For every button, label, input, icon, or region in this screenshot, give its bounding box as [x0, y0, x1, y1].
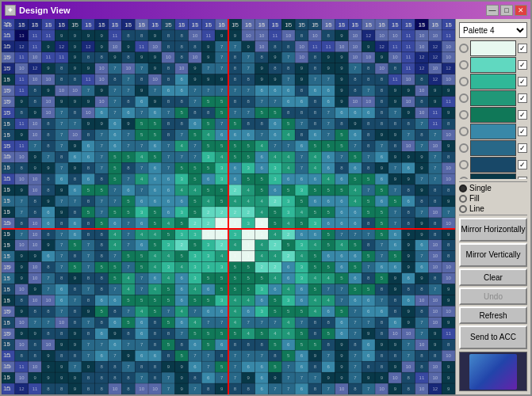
maximize-button[interactable]: □: [500, 5, 513, 16]
title-bar-left: ✦ Design View: [5, 5, 71, 16]
single-radio-row[interactable]: Single: [459, 184, 527, 192]
color-checkbox-7[interactable]: ✓: [518, 143, 527, 153]
fill-radio-row[interactable]: Fill: [459, 194, 527, 203]
window-title: Design View: [19, 6, 71, 15]
options-section: Single Fill Line: [459, 181, 527, 215]
color-item[interactable]: ✓: [459, 157, 527, 173]
color-radio-5[interactable]: [459, 110, 469, 120]
color-radio-7[interactable]: [459, 143, 469, 153]
minimize-button[interactable]: —: [486, 5, 499, 16]
send-to-acc-button[interactable]: Send to ACC: [459, 326, 527, 349]
color-swatch-4: [470, 90, 516, 106]
color-checkbox-9[interactable]: ✓: [518, 177, 527, 179]
thumbnail-preview: [469, 354, 517, 390]
single-radio[interactable]: [459, 185, 467, 192]
color-swatch-2: [470, 57, 516, 73]
right-panel: Palette 1Palette 2Palette 3Palette 4Pale…: [455, 19, 530, 394]
color-checkbox-6[interactable]: ✓: [518, 127, 527, 136]
color-radio-4[interactable]: [459, 93, 469, 103]
color-checkbox-3[interactable]: ✓: [518, 77, 527, 86]
color-checkbox-2[interactable]: ✓: [518, 60, 527, 70]
color-item[interactable]: ✓: [459, 40, 527, 56]
color-swatch-6: [470, 124, 516, 139]
color-swatch-7: [470, 140, 516, 156]
clear-button[interactable]: Clear: [459, 268, 527, 286]
mirror-v-button[interactable]: Mirror Vertically: [459, 243, 527, 267]
color-radio-3[interactable]: [459, 77, 469, 86]
color-item[interactable]: ✓: [459, 140, 527, 156]
color-item[interactable]: ✓: [459, 90, 527, 106]
color-checkbox-8[interactable]: ✓: [518, 160, 527, 169]
color-checkbox-1[interactable]: ✓: [518, 44, 527, 53]
color-swatch-1: [470, 40, 516, 56]
color-checkbox-5[interactable]: ✓: [518, 110, 527, 120]
palette-row: Palette 1Palette 2Palette 3Palette 4Pale…: [459, 22, 527, 38]
color-radio-2[interactable]: [459, 60, 469, 70]
mirror-h-button[interactable]: Mirror Horizontally: [459, 218, 527, 242]
color-radio-1[interactable]: [459, 44, 469, 53]
thumbnail-area: [459, 352, 527, 391]
color-item[interactable]: ✓: [459, 57, 527, 73]
design-grid[interactable]: [2, 19, 455, 394]
color-checkbox-4[interactable]: ✓: [518, 93, 527, 103]
color-swatch-8: [470, 157, 516, 173]
close-button[interactable]: ✕: [515, 5, 527, 16]
color-radio-9[interactable]: [459, 177, 469, 179]
button-section: Mirror Horizontally Mirror Vertically Cl…: [459, 218, 527, 349]
color-radio-8[interactable]: [459, 160, 469, 169]
line-radio-row[interactable]: Line: [459, 204, 527, 213]
color-radio-6[interactable]: [459, 127, 469, 136]
color-item[interactable]: ✓: [459, 173, 527, 179]
color-item[interactable]: ✓: [459, 124, 527, 139]
color-swatch-9: [470, 173, 516, 179]
fill-radio[interactable]: [459, 195, 467, 203]
content-area: Palette 1Palette 2Palette 3Palette 4Pale…: [2, 19, 530, 394]
color-item[interactable]: ✓: [459, 107, 527, 123]
line-radio[interactable]: [459, 205, 467, 213]
grid-area: [2, 19, 455, 394]
color-list: ✓✓✓✓✓✓✓✓✓✓✓✓✓✓✓: [459, 40, 527, 179]
color-swatch-3: [470, 74, 516, 89]
title-controls: — □ ✕: [486, 5, 527, 16]
title-bar: ✦ Design View — □ ✕: [2, 2, 530, 19]
color-swatch-5: [470, 107, 516, 123]
palette-select[interactable]: Palette 1Palette 2Palette 3Palette 4Pale…: [459, 22, 527, 38]
undo-button[interactable]: Undo: [459, 287, 527, 305]
refresh-button[interactable]: Refresh: [459, 307, 527, 324]
single-label: Single: [469, 184, 492, 192]
app-icon: ✦: [5, 5, 16, 16]
main-window: ✦ Design View — □ ✕ Palette 1Palette 2Pa…: [0, 0, 532, 396]
fill-label: Fill: [469, 194, 480, 203]
color-item[interactable]: ✓: [459, 74, 527, 89]
line-label: Line: [469, 204, 484, 213]
